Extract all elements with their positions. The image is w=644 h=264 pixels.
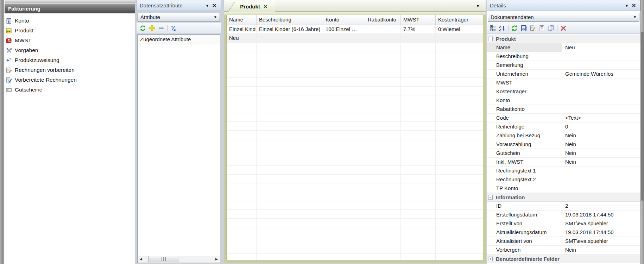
property-value[interactable]: SMT\eva.spuehler [562, 219, 640, 228]
add-icon[interactable] [147, 24, 157, 32]
chevron-down-icon[interactable]: ▼ [623, 4, 630, 8]
table-empty-row[interactable] [227, 131, 483, 139]
property-value[interactable] [562, 61, 640, 70]
refresh-icon[interactable] [138, 24, 147, 32]
tab-close-icon[interactable]: ✕ [264, 4, 267, 9]
scrollbar-track[interactable] [144, 256, 214, 262]
table-empty-row[interactable] [227, 192, 483, 201]
collapse-icon[interactable]: − [488, 37, 493, 41]
table-empty-row[interactable] [227, 219, 483, 227]
close-icon[interactable]: ✕ [211, 2, 218, 9]
table-empty-row[interactable] [227, 122, 483, 131]
table-new-row[interactable]: Neu [227, 34, 483, 43]
column-header-mwst[interactable]: MWST [401, 15, 436, 25]
property-value[interactable] [562, 166, 640, 175]
expand-icon[interactable]: + [488, 257, 493, 261]
collapse-icon[interactable]: − [488, 195, 493, 200]
scrollbar-thumb[interactable] [641, 32, 644, 201]
sidebar-item-rechnungen-vorbereiten[interactable]: Rechnungen vorbereiten [5, 65, 135, 75]
chevron-down-icon[interactable]: ▼ [204, 4, 211, 8]
document-icon[interactable] [537, 24, 547, 32]
column-header-kostentr-ger[interactable]: Kostenträger [436, 15, 470, 25]
sort-az-icon[interactable]: AZ [498, 24, 507, 32]
table-empty-row[interactable] [227, 69, 483, 78]
edit-icon[interactable] [528, 24, 537, 32]
section-header-produkt[interactable]: −Produkt [487, 34, 640, 43]
save-icon[interactable] [519, 24, 528, 32]
property-value[interactable] [562, 87, 640, 96]
column-header-beschreibung[interactable]: Beschreibung [257, 15, 323, 25]
property-value[interactable]: Neu [562, 43, 640, 52]
table-empty-row[interactable] [227, 245, 483, 254]
remove-icon[interactable] [157, 24, 166, 32]
property-value[interactable] [562, 105, 640, 114]
property-value[interactable] [562, 184, 640, 193]
table-empty-row[interactable] [227, 87, 483, 95]
property-value[interactable]: 19.03.2018 17:44:50 [562, 210, 640, 219]
sidebar-item-vorbereitete-rechnungen[interactable]: Vorbereitete Rechnungen [5, 75, 135, 85]
refresh-icon[interactable] [510, 24, 519, 32]
table-empty-row[interactable] [227, 175, 483, 183]
tab-produkt[interactable]: Produkt ✕ [228, 1, 275, 12]
column-header-rabattkonto[interactable]: Rabattkonto [365, 15, 401, 25]
section-header-information[interactable]: −Information [487, 193, 640, 202]
table-empty-row[interactable] [227, 51, 483, 60]
delete-icon[interactable] [559, 24, 568, 32]
table-empty-row[interactable] [227, 166, 483, 175]
scrollbar-thumb[interactable] [148, 256, 179, 262]
property-value[interactable]: Nein [562, 246, 640, 254]
sidebar-item-produktzuweisung[interactable]: Produktzuweisung [5, 55, 135, 65]
table-empty-row[interactable] [227, 183, 483, 192]
table-empty-row[interactable] [227, 43, 483, 51]
property-value[interactable]: 0 [562, 122, 640, 131]
table-empty-row[interactable] [227, 60, 483, 69]
sidebar-item-konto[interactable]: $Konto [5, 16, 135, 26]
sidebar-item-mwst[interactable]: %MWST [5, 36, 135, 45]
scroll-right-icon[interactable]: ▶ [214, 257, 220, 261]
table-empty-row[interactable] [227, 210, 483, 219]
table-empty-row[interactable] [227, 113, 483, 122]
copy-icon[interactable] [547, 24, 556, 32]
table-empty-row[interactable] [227, 104, 483, 113]
property-value[interactable] [562, 96, 640, 105]
autohide-dock-strip[interactable] [0, 0, 5, 264]
sidebar-item-vorgaben[interactable]: Vorgaben [5, 45, 135, 55]
property-value[interactable]: Nein [562, 131, 640, 140]
toggle-half-icon[interactable]: 14 [169, 24, 178, 32]
dokumentendaten-combobox[interactable]: Dokumentendaten ▼ [488, 13, 639, 22]
table-empty-row[interactable] [227, 148, 483, 157]
panel-grip-bar[interactable] [5, 0, 135, 4]
property-value[interactable]: Nein [562, 149, 640, 158]
property-value[interactable]: SMT\eva.spuehler [562, 237, 640, 246]
table-empty-row[interactable] [227, 139, 483, 148]
table-row[interactable]: Einzel KinderEinzel Kinder (6-16 Jahre)1… [227, 25, 483, 34]
property-value[interactable]: <Text> [562, 114, 640, 122]
scroll-left-icon[interactable]: ◀ [138, 257, 144, 261]
close-icon[interactable]: ✕ [630, 2, 637, 9]
property-value[interactable]: 19.03.2018 17:44:50 [562, 228, 640, 237]
horizontal-scrollbar[interactable]: ◀ ▶ [138, 256, 220, 262]
column-header-konto[interactable]: Konto [323, 15, 365, 25]
table-empty-row[interactable] [227, 157, 483, 166]
property-value[interactable] [562, 52, 640, 61]
table-empty-row[interactable] [227, 78, 483, 87]
section-header-benutzerdefinierte-felder[interactable]: +Benutzerdefinierte Felder [487, 254, 640, 263]
sidebar-item-produkt[interactable]: SHTProdukt [5, 26, 135, 36]
tab-list-chevron-icon[interactable]: ▼ [476, 4, 480, 8]
sidebar-item-gutscheine[interactable]: Gutscheine [5, 85, 135, 95]
property-value[interactable] [562, 78, 640, 87]
property-value[interactable]: Nein [562, 158, 640, 166]
attribute-combobox[interactable]: Attribute ▼ [138, 13, 220, 22]
table-empty-row[interactable] [227, 95, 483, 104]
property-value[interactable] [562, 175, 640, 184]
categorize-icon[interactable] [488, 24, 498, 32]
vertical-scrollbar[interactable] [640, 0, 644, 264]
property-value[interactable]: 2 [562, 202, 640, 210]
table-empty-row[interactable] [227, 201, 483, 210]
column-header-name[interactable]: Name [227, 15, 257, 25]
table-empty-row[interactable] [227, 254, 483, 260]
table-empty-row[interactable] [227, 236, 483, 245]
property-value[interactable]: Nein [562, 140, 640, 149]
table-empty-row[interactable] [227, 227, 483, 236]
attribute-list-header[interactable]: Zugeordnete Attribute [138, 35, 220, 44]
